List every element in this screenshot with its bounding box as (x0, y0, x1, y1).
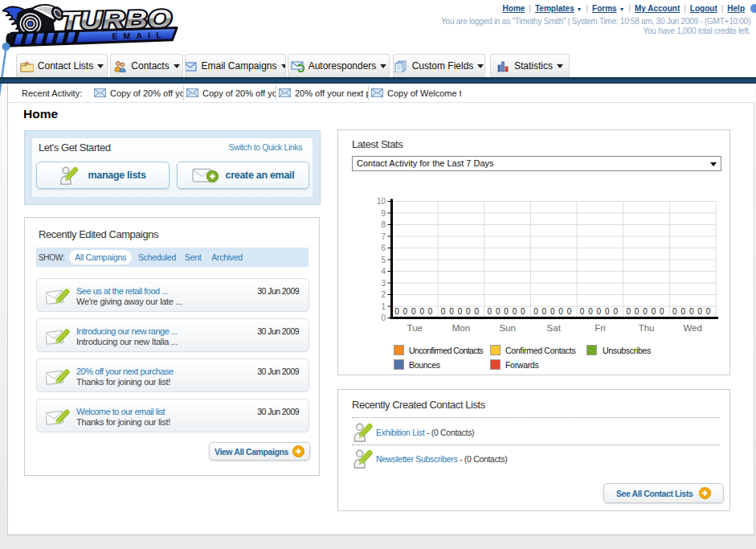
svg-text:0: 0 (567, 307, 572, 316)
svg-text:1: 1 (381, 302, 386, 311)
svg-text:Tue: Tue (407, 323, 423, 333)
svg-text:8: 8 (381, 220, 386, 229)
svg-text:0: 0 (697, 307, 702, 316)
svg-text:0: 0 (394, 307, 399, 316)
svg-text:0: 0 (533, 307, 538, 316)
svg-text:0: 0 (449, 307, 454, 316)
svg-text:0: 0 (474, 307, 479, 316)
svg-text:0: 0 (626, 307, 631, 316)
svg-text:5: 5 (381, 256, 386, 264)
svg-text:Sat: Sat (547, 323, 562, 333)
svg-text:0: 0 (466, 307, 471, 316)
svg-text:0: 0 (496, 307, 501, 316)
svg-text:0: 0 (504, 307, 509, 316)
svg-text:0: 0 (689, 307, 694, 316)
svg-text:0: 0 (550, 307, 555, 316)
svg-text:0: 0 (411, 307, 416, 316)
svg-text:0: 0 (488, 307, 492, 316)
svg-text:0: 0 (660, 307, 664, 316)
svg-text:0: 0 (558, 307, 563, 316)
svg-text:0: 0 (419, 307, 424, 316)
svg-text:0: 0 (403, 307, 408, 316)
svg-text:0: 0 (441, 307, 446, 316)
svg-text:0: 0 (588, 307, 593, 316)
svg-text:10: 10 (377, 197, 386, 206)
svg-text:4: 4 (381, 267, 386, 276)
svg-text:0: 0 (513, 307, 517, 316)
svg-text:Wed: Wed (683, 323, 701, 333)
svg-text:0: 0 (652, 307, 656, 316)
svg-text:0: 0 (597, 307, 602, 316)
svg-text:0: 0 (428, 307, 433, 316)
svg-text:7: 7 (381, 232, 386, 241)
svg-text:0: 0 (643, 307, 648, 316)
svg-text:0: 0 (542, 307, 547, 316)
svg-text:Thu: Thu (639, 323, 655, 333)
svg-text:0: 0 (381, 313, 386, 322)
svg-text:0: 0 (613, 307, 618, 316)
svg-text:EMAIL: EMAIL (112, 30, 167, 41)
svg-text:0: 0 (580, 307, 585, 316)
svg-text:9: 9 (381, 209, 386, 218)
svg-text:Sun: Sun (499, 323, 515, 333)
svg-text:0: 0 (672, 307, 677, 316)
svg-text:2: 2 (381, 290, 386, 299)
svg-text:3: 3 (381, 279, 386, 288)
svg-text:Fri: Fri (595, 323, 605, 333)
svg-text:0: 0 (706, 307, 711, 316)
svg-text:Mon: Mon (452, 323, 470, 333)
svg-text:0: 0 (605, 307, 610, 316)
svg-text:0: 0 (635, 307, 640, 316)
svg-text:0: 0 (680, 307, 685, 316)
svg-text:0: 0 (458, 307, 463, 316)
svg-text:6: 6 (381, 244, 386, 252)
svg-text:0: 0 (521, 307, 525, 316)
